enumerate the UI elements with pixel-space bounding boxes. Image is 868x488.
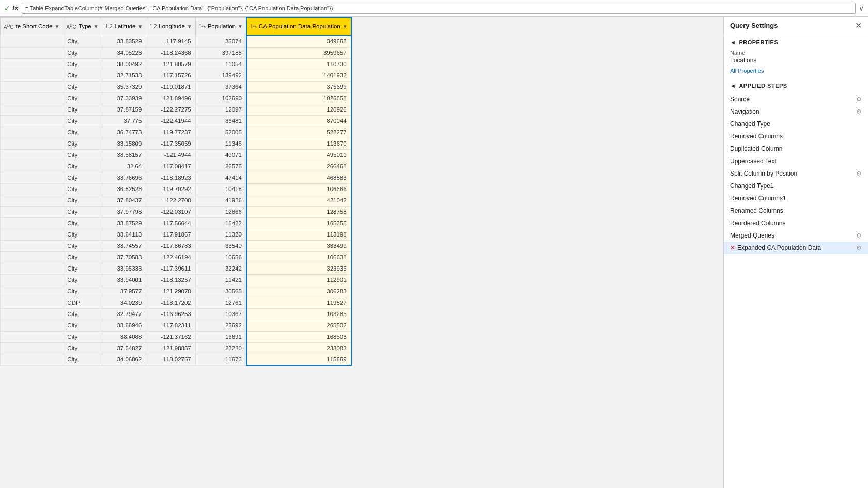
table-row: City38.00492-121.8057911054110730 xyxy=(1,58,351,70)
step-item-changed-type1[interactable]: Changed Type1 xyxy=(724,180,868,192)
cell-population: 10367 xyxy=(195,308,246,320)
cell-ca-pop: 421042 xyxy=(246,195,351,206)
cell-short-code xyxy=(1,206,63,217)
expand-formula-button[interactable]: ∨ xyxy=(859,4,864,12)
cell-latitude: 32.71533 xyxy=(102,70,146,81)
table-row: City34.05223-118.243683971883959657 xyxy=(1,47,351,58)
applied-steps-arrow-icon: ◄ xyxy=(730,83,736,89)
cell-ca-pop: 265502 xyxy=(246,320,351,331)
checkmark-icon[interactable]: ✓ xyxy=(4,4,10,12)
col-population[interactable]: 1²₃ Population ▼ xyxy=(195,17,246,36)
name-label: Name xyxy=(730,50,862,56)
cell-population: 12866 xyxy=(195,206,246,217)
step-label-split-column: Split Column by Position xyxy=(730,170,854,177)
data-table-container[interactable]: ABC te Short Code ▼ ABC Type ▼ xyxy=(0,17,723,488)
step-item-split-column[interactable]: Split Column by Position⚙ xyxy=(724,167,868,180)
col-short-code[interactable]: ABC te Short Code ▼ xyxy=(1,17,63,36)
col-filter-ca-pop[interactable]: ▼ xyxy=(343,24,348,29)
query-settings-close-button[interactable]: ✕ xyxy=(855,21,862,30)
cell-latitude: 34.0239 xyxy=(102,297,146,308)
table-row: City37.775-122.4194486481870044 xyxy=(1,115,351,127)
cell-short-code xyxy=(1,70,63,81)
table-row: City35.37329-119.0187137364375699 xyxy=(1,81,351,92)
cell-longitude: -122.46194 xyxy=(146,251,195,263)
col-type[interactable]: ABC Type ▼ xyxy=(63,17,102,36)
step-item-removed-columns1[interactable]: Removed Columns1 xyxy=(724,192,868,204)
cell-short-code xyxy=(1,81,63,92)
cell-population: 49071 xyxy=(195,149,246,161)
col-longitude[interactable]: 1.2 Longitude ▼ xyxy=(146,17,195,36)
cell-population: 52005 xyxy=(195,127,246,138)
table-row: City37.54827-121.9885723220233083 xyxy=(1,342,351,354)
cell-short-code xyxy=(1,47,63,58)
cell-longitude: -118.24368 xyxy=(146,47,195,58)
step-item-source[interactable]: Source⚙ xyxy=(724,93,868,105)
cell-population: 10418 xyxy=(195,183,246,195)
step-gear-source[interactable]: ⚙ xyxy=(856,96,862,103)
step-item-removed-columns[interactable]: Removed Columns xyxy=(724,130,868,143)
col-name-latitude: Latitude xyxy=(115,23,136,29)
step-item-expanded-ca-pop[interactable]: ✕Expanded CA Population Data⚙ xyxy=(724,242,868,254)
cell-short-code xyxy=(1,251,63,263)
cell-short-code xyxy=(1,36,63,47)
step-gear-merged-queries[interactable]: ⚙ xyxy=(856,232,862,239)
step-item-uppercased-text[interactable]: Uppercased Text xyxy=(724,155,868,167)
table-row: City37.33939-121.894961026901026658 xyxy=(1,92,351,104)
col-name-short-code: te Short Code xyxy=(16,23,52,29)
col-ca-pop[interactable]: 1²₃ CA Population Data.Population ▼ xyxy=(246,17,351,36)
cell-short-code xyxy=(1,172,63,183)
col-filter-longitude[interactable]: ▼ xyxy=(187,24,192,29)
cell-short-code xyxy=(1,149,63,161)
step-label-removed-columns1: Removed Columns1 xyxy=(730,195,862,202)
cell-short-code xyxy=(1,138,63,149)
formula-input[interactable] xyxy=(22,3,856,14)
step-label-merged-queries: Merged Queries xyxy=(730,232,854,239)
cell-longitude: -121.80579 xyxy=(146,58,195,70)
cell-population: 25692 xyxy=(195,320,246,331)
cell-ca-pop: 113670 xyxy=(246,138,351,149)
cell-short-code xyxy=(1,297,63,308)
step-gear-split-column[interactable]: ⚙ xyxy=(856,170,862,177)
formula-bar: ✓ fx ∨ xyxy=(0,0,868,17)
step-item-renamed-columns[interactable]: Renamed Columns xyxy=(724,204,868,217)
cell-population: 47414 xyxy=(195,172,246,183)
step-label-source: Source xyxy=(730,96,854,103)
table-row: City33.74557-117.8678333540333499 xyxy=(1,240,351,251)
query-settings-header: Query Settings ✕ xyxy=(724,17,868,35)
step-item-changed-type[interactable]: Changed Type xyxy=(724,118,868,130)
step-item-duplicated-column[interactable]: Duplicated Column xyxy=(724,143,868,155)
step-gear-navigation[interactable]: ⚙ xyxy=(856,108,862,115)
cell-population: 12097 xyxy=(195,104,246,115)
cell-longitude: -118.18923 xyxy=(146,172,195,183)
cell-ca-pop: 106638 xyxy=(246,251,351,263)
cell-type: City xyxy=(63,115,102,127)
cell-short-code xyxy=(1,308,63,320)
col-filter-population[interactable]: ▼ xyxy=(238,24,243,29)
cell-short-code xyxy=(1,320,63,331)
cell-ca-pop: 333499 xyxy=(246,240,351,251)
cell-ca-pop: 128758 xyxy=(246,206,351,217)
step-gear-expanded-ca-pop[interactable]: ⚙ xyxy=(856,244,862,251)
cell-type: City xyxy=(63,217,102,229)
step-item-reordered-columns[interactable]: Reordered Columns xyxy=(724,217,868,229)
cell-population: 11421 xyxy=(195,274,246,286)
col-type-num-lat: 1.2 xyxy=(105,24,113,29)
cell-ca-pop: 168503 xyxy=(246,331,351,342)
step-item-navigation[interactable]: Navigation⚙ xyxy=(724,105,868,118)
cell-short-code xyxy=(1,195,63,206)
cell-longitude: -119.70292 xyxy=(146,183,195,195)
cell-latitude: 33.76696 xyxy=(102,172,146,183)
step-item-merged-queries[interactable]: Merged Queries⚙ xyxy=(724,229,868,242)
cell-short-code xyxy=(1,115,63,127)
cell-population: 102690 xyxy=(195,92,246,104)
col-filter-short-code[interactable]: ▼ xyxy=(54,24,59,29)
all-properties-link[interactable]: All Properties xyxy=(730,68,764,74)
col-latitude[interactable]: 1.2 Latitude ▼ xyxy=(102,17,146,36)
table-row: City36.82523-119.7029210418106666 xyxy=(1,183,351,195)
cell-short-code xyxy=(1,161,63,172)
cell-type: City xyxy=(63,354,102,365)
col-filter-latitude[interactable]: ▼ xyxy=(138,24,143,29)
cell-population: 41926 xyxy=(195,195,246,206)
cell-ca-pop: 870044 xyxy=(246,115,351,127)
col-filter-type[interactable]: ▼ xyxy=(94,24,99,29)
